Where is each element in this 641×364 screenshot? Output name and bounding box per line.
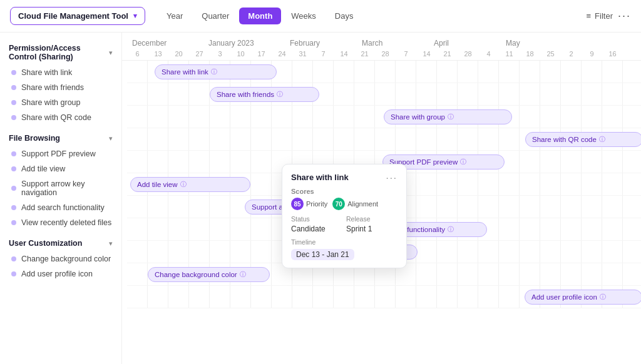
main-content: Permission/Access Control (Sharing) ▾ Sh… — [0, 33, 641, 364]
bar-tile-view[interactable]: Add tile view ⓘ — [130, 177, 250, 192]
popup-header: Share with link ··· — [291, 172, 397, 183]
sidebar-item-tile-view[interactable]: Add tile view — [0, 161, 121, 176]
day-10: 10 — [230, 50, 251, 58]
day-14b: 14 — [416, 50, 437, 58]
sidebar-item-share-qr-label: Share with QR code — [21, 113, 91, 122]
sidebar-item-arrow-nav-label: Support arrow key navigation — [21, 179, 113, 197]
popup-release-label: Release — [346, 215, 397, 223]
sidebar-item-bg-color-label: Change background color — [21, 255, 111, 263]
sidebar-sharing-chevron-icon: ▾ — [109, 49, 113, 57]
dot-icon — [11, 166, 16, 171]
gantt-row-share-friends: Share with friends ⓘ — [127, 83, 641, 106]
bar-share-friends[interactable]: Share with friends ⓘ — [210, 87, 319, 102]
day-7a: 7 — [313, 50, 334, 58]
bar-profile-icon-label: Add user profile icon — [531, 293, 597, 301]
sidebar-section-sharing-header[interactable]: Permission/Access Control (Sharing) ▾ — [0, 40, 121, 65]
popup-fields: Status Candidate Release Sprint 1 — [291, 215, 397, 233]
day-24: 24 — [272, 50, 292, 58]
sidebar-item-pdf-preview[interactable]: Support PDF preview — [0, 146, 121, 161]
sidebar-section-browsing: File Browsing ▾ Support PDF preview Add … — [0, 130, 121, 230]
day-4: 4 — [478, 50, 499, 58]
bar-share-link-label: Share with link — [162, 68, 208, 76]
popup-card: Share with link ··· Scores 85 Priority 7… — [282, 164, 407, 268]
sidebar-item-share-qr[interactable]: Share with QR code — [0, 110, 121, 125]
view-weeks-button[interactable]: Weeks — [282, 8, 325, 24]
day-21b: 21 — [437, 50, 458, 58]
month-april: April — [434, 39, 506, 48]
popup-title: Share with link — [291, 173, 349, 182]
bar-share-group[interactable]: Share with group ⓘ — [384, 109, 512, 124]
app-title-button[interactable]: Cloud File Management Tool ▾ — [10, 7, 145, 25]
month-december: December — [127, 39, 208, 48]
popup-release-field: Release Sprint 1 — [346, 215, 397, 233]
info-icon: ⓘ — [599, 135, 605, 144]
dot-icon — [11, 85, 16, 90]
filter-icon: ≡ — [587, 11, 592, 21]
bar-profile-icon[interactable]: Add user profile icon ⓘ — [525, 290, 641, 305]
day-13: 13 — [148, 50, 168, 58]
gantt-row-profile-icon: Add user profile icon ⓘ — [127, 286, 641, 308]
day-9: 9 — [582, 50, 602, 58]
day-7b: 7 — [396, 50, 416, 58]
day-28a: 28 — [375, 50, 396, 58]
sidebar-item-search-func[interactable]: Add search functionality — [0, 200, 121, 215]
day-20: 20 — [168, 50, 189, 58]
sidebar-item-bg-color[interactable]: Change background color — [0, 251, 121, 266]
info-icon: ⓘ — [600, 293, 606, 301]
filter-button[interactable]: ≡ Filter — [587, 11, 613, 21]
popup-timeline-value: Dec 13 - Jan 21 — [291, 249, 354, 260]
sidebar-item-share-link[interactable]: Share with link — [0, 65, 121, 80]
sidebar-section-customization-header[interactable]: User Customization ▾ — [0, 235, 121, 251]
month-may: May — [506, 39, 556, 48]
scores-row: 85 Priority 70 Alignment — [291, 198, 397, 210]
view-quarter-button[interactable]: Quarter — [193, 8, 238, 24]
gantt-body: Share with link ⓘ Share with friends ⓘ — [122, 61, 641, 364]
dot-icon — [11, 151, 16, 156]
view-days-button[interactable]: Days — [326, 8, 362, 24]
bar-share-qr[interactable]: Share with QR code ⓘ — [525, 132, 641, 147]
day-31: 31 — [292, 50, 313, 58]
view-year-button[interactable]: Year — [158, 8, 192, 24]
info-icon: ⓘ — [460, 158, 466, 166]
bar-bg-color-label: Change background color — [155, 271, 237, 278]
sidebar-item-share-friends[interactable]: Share with friends — [0, 80, 121, 95]
bar-bg-color[interactable]: Change background color ⓘ — [148, 267, 270, 282]
info-icon: ⓘ — [448, 113, 454, 121]
sidebar-section-customization: User Customization ▾ Change background c… — [0, 235, 121, 281]
sidebar-item-profile-icon[interactable]: Add user profile icon — [0, 266, 121, 281]
more-options-button[interactable]: ··· — [618, 9, 631, 23]
month-january: January 2023 — [208, 39, 290, 48]
bar-share-link[interactable]: Share with link ⓘ — [155, 64, 277, 79]
filter-label: Filter — [595, 11, 613, 21]
month-february: February — [290, 39, 362, 48]
chevron-down-icon: ▾ — [133, 12, 137, 20]
app-container: Cloud File Management Tool ▾ Year Quarte… — [0, 0, 641, 364]
dot-icon — [11, 220, 16, 225]
bar-share-qr-label: Share with QR code — [532, 136, 597, 143]
popup-release-value: Sprint 1 — [346, 225, 372, 233]
alignment-num: 70 — [332, 198, 345, 210]
priority-num: 85 — [291, 198, 304, 210]
header: Cloud File Management Tool ▾ Year Quarte… — [0, 0, 641, 33]
sidebar-item-deleted-files[interactable]: View recently deleted files — [0, 215, 121, 230]
time-navigation: Year Quarter Month Weeks Days — [158, 8, 362, 24]
sidebar-item-arrow-nav[interactable]: Support arrow key navigation — [0, 176, 121, 200]
info-icon: ⓘ — [277, 90, 283, 99]
sidebar-item-search-func-label: Add search functionality — [21, 203, 105, 212]
header-actions: ≡ Filter ··· — [587, 9, 632, 23]
dot-icon — [11, 205, 16, 210]
dot-icon — [11, 70, 16, 75]
priority-score: 85 Priority — [291, 198, 327, 210]
popup-timeline-field: Timeline Dec 13 - Jan 21 — [291, 238, 397, 260]
popup-more-button[interactable]: ··· — [386, 172, 397, 183]
day-18: 18 — [520, 50, 540, 58]
day-25: 25 — [540, 50, 561, 58]
bar-tile-view-label: Add tile view — [137, 181, 178, 188]
day-6: 6 — [127, 50, 148, 58]
sidebar-section-browsing-header[interactable]: File Browsing ▾ — [0, 130, 121, 146]
sidebar-item-share-group[interactable]: Share with group — [0, 95, 121, 110]
day-11: 11 — [499, 50, 520, 58]
dot-icon — [11, 115, 16, 120]
app-title-text: Cloud File Management Tool — [18, 11, 128, 21]
view-month-button[interactable]: Month — [239, 8, 281, 24]
